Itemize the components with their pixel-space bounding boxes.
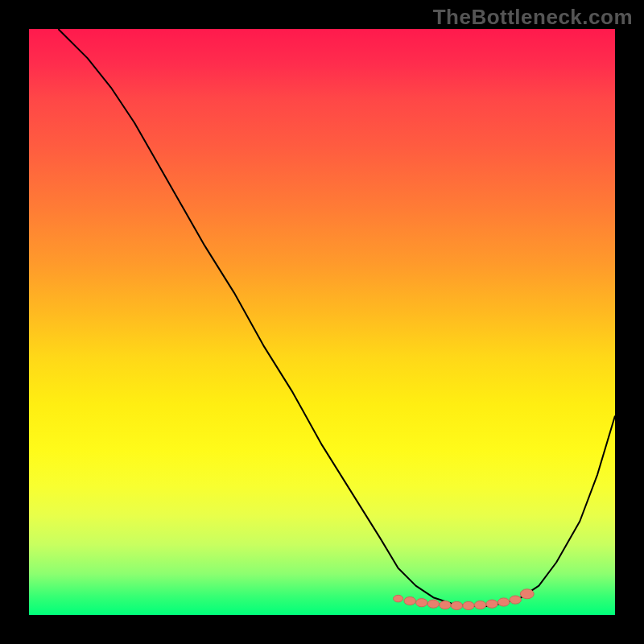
marker-dot [404, 597, 415, 605]
bottleneck-curve [58, 29, 615, 606]
optimal-range-markers [394, 589, 535, 610]
chart-svg [29, 29, 615, 615]
marker-dot [510, 596, 521, 604]
marker-dot [520, 589, 534, 599]
marker-dot [416, 599, 427, 607]
marker-dot [394, 595, 403, 602]
marker-dot [440, 601, 451, 609]
watermark-text: TheBottleneck.com [433, 5, 633, 30]
marker-dot [486, 600, 497, 608]
marker-dot [498, 598, 510, 606]
chart-plot-area [29, 29, 615, 615]
marker-dot [463, 601, 474, 609]
marker-dot [427, 600, 439, 608]
marker-dot [474, 601, 485, 609]
marker-dot [451, 601, 462, 609]
